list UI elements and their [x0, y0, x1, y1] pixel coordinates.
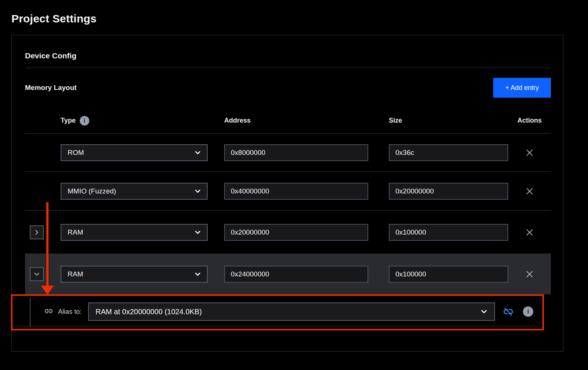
address-input[interactable] [224, 266, 368, 283]
alias-label: Alias to: [58, 308, 82, 316]
table-row-expanded: RAM [25, 254, 551, 294]
chevron-down-icon [194, 187, 202, 195]
type-select[interactable]: MMIO (Fuzzed) [61, 183, 208, 200]
column-header-actions: Actions [517, 117, 542, 124]
expand-row-button[interactable] [30, 225, 44, 239]
device-config-panel: Device Config Memory Layout + Add entry … [11, 35, 563, 352]
address-input[interactable] [224, 183, 368, 200]
close-x-icon [525, 228, 534, 237]
chevron-down-icon [194, 228, 202, 236]
table-row: RAM [25, 211, 551, 254]
table-header-row: Type i Address Size Actions [25, 98, 551, 134]
column-header-size: Size [389, 117, 508, 124]
size-input[interactable] [389, 183, 508, 200]
address-input[interactable] [224, 144, 368, 161]
address-input[interactable] [224, 224, 368, 241]
chain-link-icon [44, 306, 54, 318]
type-select[interactable]: RAM [61, 224, 208, 241]
chevron-down-icon [33, 270, 41, 278]
type-select[interactable]: RAM [61, 266, 208, 283]
close-x-icon [525, 269, 534, 279]
chevron-down-icon [480, 307, 488, 316]
type-select-value: ROM [68, 149, 84, 157]
chevron-right-icon [33, 228, 41, 236]
type-select-value: MMIO (Fuzzed) [68, 187, 116, 195]
alias-target-select-value: RAM at 0x20000000 (1024.0KB) [96, 308, 202, 316]
info-icon[interactable]: i [523, 306, 533, 317]
remove-row-button[interactable] [523, 268, 536, 280]
remove-row-button[interactable] [523, 185, 536, 197]
alias-row-annotation-rectangle: Alias to: RAM at 0x20000000 (1024.0KB) i [11, 294, 544, 330]
type-select[interactable]: ROM [61, 144, 208, 161]
table-row: MMIO (Fuzzed) [25, 172, 551, 211]
type-select-value: RAM [68, 228, 83, 236]
chain-unlink-icon [502, 306, 514, 318]
column-header-address: Address [224, 117, 389, 124]
table-row: ROM [25, 134, 551, 172]
close-x-icon [525, 148, 534, 157]
size-input[interactable] [389, 144, 508, 161]
unlink-alias-button[interactable] [502, 305, 515, 318]
collapse-row-button[interactable] [30, 267, 44, 281]
remove-row-button[interactable] [523, 146, 536, 159]
add-entry-button[interactable]: + Add entry [493, 78, 551, 98]
section-divider [25, 68, 551, 68]
size-input[interactable] [389, 266, 508, 283]
page-title: Project Settings [11, 12, 97, 25]
column-header-type: Type i [61, 116, 224, 126]
alias-row: Alias to: RAM at 0x20000000 (1024.0KB) i [12, 296, 542, 327]
memory-layout-header: Memory Layout + Add entry [25, 78, 551, 98]
annotation-arrow-line [46, 202, 49, 286]
chevron-down-icon [194, 270, 202, 278]
info-icon[interactable]: i [80, 116, 89, 126]
indent-guide-line [30, 298, 31, 327]
chevron-down-icon [194, 149, 202, 157]
size-input[interactable] [389, 224, 508, 241]
type-select-value: RAM [68, 270, 83, 278]
row-expander-cell [25, 225, 61, 239]
column-header-type-label: Type [61, 117, 76, 124]
annotation-arrow-head [41, 286, 54, 295]
alias-target-select[interactable]: RAM at 0x20000000 (1024.0KB) [88, 302, 495, 321]
subsection-title: Memory Layout [25, 84, 76, 92]
section-title: Device Config [25, 51, 551, 60]
remove-row-button[interactable] [523, 226, 536, 239]
row-divider [12, 326, 538, 326]
close-x-icon [525, 186, 534, 196]
row-expander-cell [25, 267, 61, 281]
